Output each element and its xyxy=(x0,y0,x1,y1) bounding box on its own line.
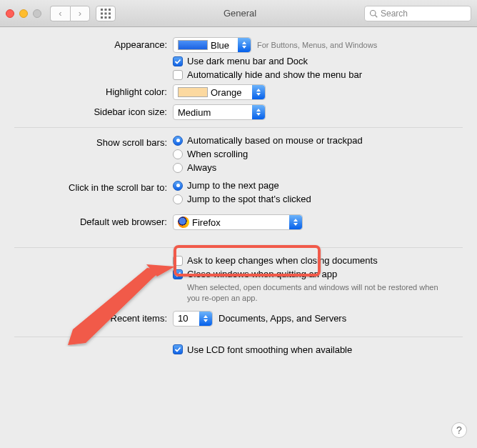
checkbox-checked-icon xyxy=(173,56,183,66)
scroll-auto-radio[interactable]: Automatically based on mouse or trackpad xyxy=(173,135,463,146)
radio-unselected-icon xyxy=(173,149,183,159)
nav-buttons: ‹ › xyxy=(50,6,90,21)
ask-keep-changes-label: Ask to keep changes when closing documen… xyxy=(187,255,378,266)
scroll-always-label: Always xyxy=(187,162,216,173)
click-jump-spot-label: Jump to the spot that's clicked xyxy=(187,194,311,204)
separator xyxy=(14,247,463,248)
appearance-hint: For Buttons, Menus, and Windows xyxy=(257,41,377,49)
radio-selected-icon xyxy=(173,136,183,146)
close-windows-checkbox[interactable]: Close windows when quitting an app xyxy=(173,269,463,279)
spacer xyxy=(14,255,173,257)
separator xyxy=(14,337,463,337)
highlight-value: Orange xyxy=(211,87,241,98)
svg-rect-2 xyxy=(109,9,111,11)
sidebar-size-value: Medium xyxy=(178,107,211,118)
recent-label: Recent items: xyxy=(14,311,173,324)
lcd-smoothing-checkbox[interactable]: Use LCD font smoothing when available xyxy=(173,344,463,355)
scroll-when-label: When scrolling xyxy=(187,149,248,159)
blue-swatch-icon xyxy=(178,40,208,50)
search-placeholder: Search xyxy=(381,9,408,19)
browser-select[interactable]: Firefox xyxy=(173,214,303,230)
close-window-button[interactable] xyxy=(6,9,14,18)
svg-rect-0 xyxy=(101,9,103,11)
lcd-smoothing-label: Use LCD font smoothing when available xyxy=(187,344,352,355)
minimize-window-button[interactable] xyxy=(19,9,28,18)
orange-swatch-icon xyxy=(178,87,208,97)
close-windows-sublabel: When selected, open documents and window… xyxy=(187,282,444,304)
svg-rect-5 xyxy=(109,12,111,14)
search-input[interactable]: Search xyxy=(364,6,471,21)
zoom-window-button[interactable] xyxy=(33,9,41,18)
click-jump-next-label: Jump to the next page xyxy=(187,180,279,191)
show-all-button[interactable] xyxy=(96,6,116,21)
forward-button[interactable]: › xyxy=(70,6,90,21)
firefox-icon xyxy=(178,216,189,228)
highlight-select[interactable]: Orange xyxy=(173,84,266,100)
ask-keep-changes-checkbox[interactable]: Ask to keep changes when closing documen… xyxy=(173,255,463,266)
checkbox-unchecked-icon xyxy=(173,70,183,80)
titlebar: ‹ › General Search xyxy=(0,0,477,27)
svg-rect-6 xyxy=(101,16,103,19)
highlight-label: Highlight color: xyxy=(14,84,173,97)
recent-suffix: Documents, Apps, and Servers xyxy=(219,313,346,324)
close-windows-label: Close windows when quitting an app xyxy=(187,269,337,279)
clickscroll-label: Click in the scroll bar to: xyxy=(14,180,173,193)
click-jump-next-radio[interactable]: Jump to the next page xyxy=(173,180,463,191)
scroll-when-radio[interactable]: When scrolling xyxy=(173,149,463,159)
dark-menubar-checkbox[interactable]: Use dark menu bar and Dock xyxy=(173,56,463,66)
help-button[interactable]: ? xyxy=(451,422,467,438)
chevron-updown-icon xyxy=(238,38,251,52)
browser-value: Firefox xyxy=(192,217,221,228)
click-jump-spot-radio[interactable]: Jump to the spot that's clicked xyxy=(173,194,463,204)
scroll-auto-label: Automatically based on mouse or trackpad xyxy=(187,135,363,146)
svg-rect-1 xyxy=(105,9,107,11)
separator xyxy=(14,127,463,128)
chevron-updown-icon xyxy=(289,215,302,229)
autohide-menubar-label: Automatically hide and show the menu bar xyxy=(187,69,362,80)
svg-rect-3 xyxy=(101,12,103,14)
chevron-updown-icon xyxy=(199,312,212,326)
checkbox-unchecked-icon xyxy=(173,256,183,266)
sidebar-size-label: Sidebar icon size: xyxy=(14,104,173,117)
radio-unselected-icon xyxy=(173,163,183,173)
window-controls xyxy=(6,9,41,18)
chevron-updown-icon xyxy=(252,105,265,119)
appearance-label: Appearance: xyxy=(14,37,173,50)
appearance-select[interactable]: Blue xyxy=(173,37,251,53)
dark-menubar-label: Use dark menu bar and Dock xyxy=(187,56,308,66)
checkbox-checked-icon xyxy=(173,269,183,279)
help-icon: ? xyxy=(456,424,462,436)
autohide-menubar-checkbox[interactable]: Automatically hide and show the menu bar xyxy=(173,69,463,80)
svg-rect-4 xyxy=(105,12,107,14)
window-title: General xyxy=(121,8,358,19)
browser-label: Default web browser: xyxy=(14,214,173,227)
scrollbars-label: Show scroll bars: xyxy=(14,135,173,148)
chevron-updown-icon xyxy=(252,85,265,99)
radio-unselected-icon xyxy=(173,194,183,204)
svg-rect-7 xyxy=(105,16,107,19)
search-icon xyxy=(369,9,378,18)
radio-selected-icon xyxy=(173,181,183,191)
recent-value: 10 xyxy=(178,313,188,324)
recent-select[interactable]: 10 xyxy=(173,311,213,327)
scroll-always-radio[interactable]: Always xyxy=(173,162,463,173)
svg-point-9 xyxy=(371,10,376,16)
svg-line-10 xyxy=(375,15,377,17)
content: Appearance: Blue For Buttons, Menus, and… xyxy=(0,27,477,369)
grid-icon xyxy=(101,9,111,19)
svg-rect-8 xyxy=(109,16,111,19)
back-button[interactable]: ‹ xyxy=(50,6,70,21)
checkbox-checked-icon xyxy=(173,344,183,354)
sidebar-size-select[interactable]: Medium xyxy=(173,104,266,120)
appearance-value: Blue xyxy=(211,40,229,51)
spacer xyxy=(14,344,173,347)
